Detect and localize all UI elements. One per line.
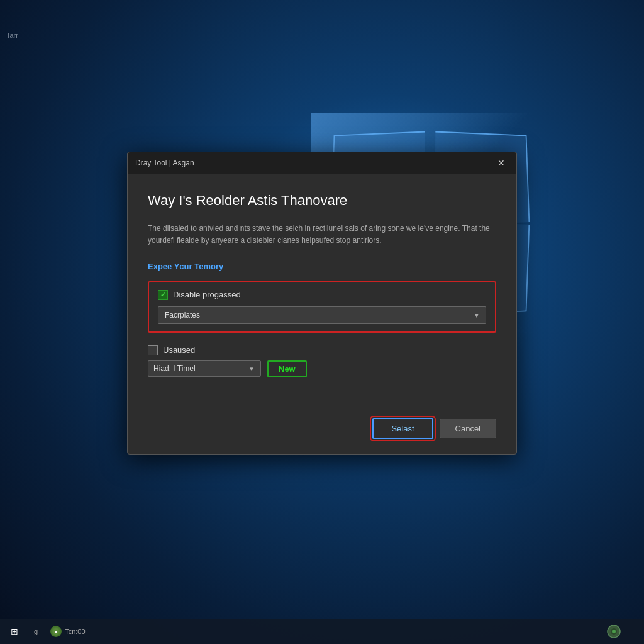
option1-checkbox[interactable] bbox=[158, 290, 168, 300]
dialog-description: The diisaled to antvied and nts stave th… bbox=[148, 223, 496, 247]
option2-checkbox[interactable] bbox=[148, 345, 158, 355]
dialog-body: Way I's Reolder Astis Thanovare The diis… bbox=[128, 174, 516, 397]
dialog-close-button[interactable]: ✕ bbox=[494, 157, 509, 169]
option2-checkbox-row: Usaused bbox=[148, 345, 496, 355]
option2-label: Usaused bbox=[163, 345, 195, 355]
cancel-button[interactable]: Cancel bbox=[440, 419, 496, 438]
option1-checkbox-row: Disable progassed bbox=[158, 290, 486, 300]
footer-buttons: Selast Cancel bbox=[148, 418, 496, 439]
dialog-footer: Selast Cancel bbox=[128, 397, 516, 454]
option2-select[interactable]: Hiad: I Timel Option B Option C bbox=[148, 360, 261, 377]
dialog-backdrop: Dray Tool | Asgan ✕ Way I's Reolder Asti… bbox=[0, 0, 644, 644]
dialog-heading: Way I's Reolder Astis Thanovare bbox=[148, 192, 496, 210]
desktop: Tarr Dray Tool | Asgan ✕ Way I's Reolder… bbox=[0, 0, 644, 644]
option1-select-wrapper: Facrpiates Option 2 Option 3 ▼ bbox=[158, 306, 486, 324]
dialog-title: Dray Tool | Asgan bbox=[135, 158, 194, 167]
dialog-titlebar: Dray Tool | Asgan ✕ bbox=[128, 152, 516, 174]
option2-section: Usaused Hiad: I Timel Option B Option C … bbox=[148, 343, 496, 380]
select-button[interactable]: Selast bbox=[372, 418, 433, 439]
option2-input-row: Hiad: I Timel Option B Option C ▼ New bbox=[148, 360, 496, 377]
new-button[interactable]: New bbox=[267, 360, 307, 377]
section-header: Expee Ycur Temory bbox=[148, 262, 496, 271]
option1-select[interactable]: Facrpiates Option 2 Option 3 bbox=[158, 306, 486, 324]
footer-divider bbox=[148, 408, 496, 408]
dialog-window: Dray Tool | Asgan ✕ Way I's Reolder Asti… bbox=[127, 152, 517, 455]
option1-section: Disable progassed Facrpiates Option 2 Op… bbox=[148, 281, 496, 333]
option1-label: Disable progassed bbox=[173, 290, 241, 299]
